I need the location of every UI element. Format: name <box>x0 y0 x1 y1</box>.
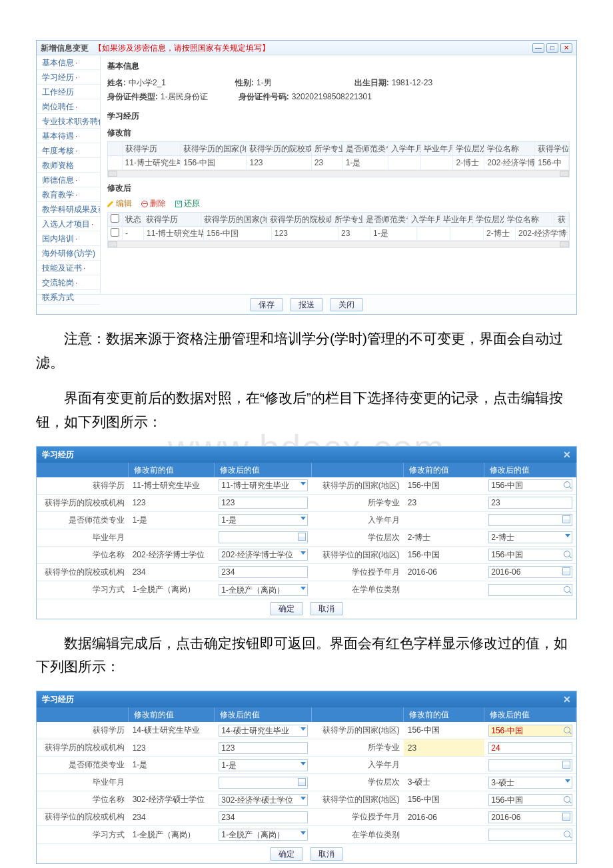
after-value: 1-是 <box>215 757 312 773</box>
form-row: 获得学历11-博士研究生毕业11-博士研究生毕业获得学历的国家(地区)156-中… <box>37 477 576 495</box>
after-value: 123 <box>215 495 312 511</box>
table-header-cell <box>108 142 123 155</box>
dialog-close-icon[interactable]: ✕ <box>563 447 571 463</box>
after-input[interactable]: 1-全脱产（离岗） <box>219 829 308 841</box>
after-input[interactable] <box>488 514 572 526</box>
close-footer-button[interactable]: 关闭 <box>330 298 363 311</box>
change-info-window: 新增信息变更 【如果涉及涉密信息，请按照国家有关规定填写】 — □ ✕ 基本信息… <box>36 40 577 315</box>
after-input[interactable]: 123 <box>219 497 308 509</box>
after-input[interactable]: 156-中国 <box>488 794 572 806</box>
before-value <box>404 826 485 843</box>
before-value: 123 <box>129 495 215 511</box>
name-value: 中小学2_1 <box>129 78 166 87</box>
sidebar-item[interactable]: 交流轮岗 <box>37 275 100 290</box>
after-input[interactable] <box>219 531 308 543</box>
close-button[interactable]: ✕ <box>560 43 572 53</box>
ok-button[interactable]: 确定 <box>270 847 303 861</box>
after-input[interactable]: 156-中国 <box>488 549 572 561</box>
dialog-column-headers: 修改前的值 修改后的值 修改前的值 修改后的值 <box>37 463 576 477</box>
edit-button[interactable]: 编辑 <box>107 198 132 209</box>
after-input[interactable]: 14-硕士研究生毕业 <box>219 725 308 737</box>
maximize-button[interactable]: □ <box>546 43 558 53</box>
delete-button[interactable]: 删除 <box>141 198 166 209</box>
table-cell: 156-中国 <box>204 227 272 240</box>
table-header-cell: 毕业年月 <box>421 142 454 155</box>
edit-dialog-2: 学习经历 ✕ 修改前的值 修改后的值 修改前的值 修改后的值 获得学历11-博士… <box>36 446 577 619</box>
after-input[interactable]: 234 <box>219 566 308 578</box>
form-row: 学位名称202-经济学博士学位202-经济学博士学位获得学位的国家(地区)156… <box>37 547 576 564</box>
after-value: 234 <box>215 809 312 825</box>
after-input[interactable]: 11-博士研究生毕业 <box>219 479 308 491</box>
after-input[interactable]: 23 <box>488 497 572 509</box>
basic-info-heading: 基本信息 <box>107 61 570 72</box>
idno-label: 身份证件号码: <box>239 92 289 101</box>
after-input[interactable] <box>219 777 308 789</box>
after-value: 1-全脱产（离岗） <box>215 826 312 843</box>
sidebar-item[interactable]: 师德信息 <box>37 173 100 187</box>
sidebar-item[interactable]: 工作经历 <box>37 85 100 99</box>
field-label: 获得学历 <box>37 722 129 739</box>
after-input[interactable]: 202-经济学博士学位 <box>219 549 308 561</box>
sidebar-item[interactable]: 国内培训 <box>37 231 100 246</box>
after-value: 3-硕士 <box>484 774 576 791</box>
sidebar-item[interactable]: 联系方式 <box>37 290 100 305</box>
save-button[interactable]: 保存 <box>250 298 283 311</box>
minimize-button[interactable]: — <box>532 43 544 53</box>
form-row: 获得学位的院校或机构234234学位授予年月2016-062016-06 <box>37 564 576 581</box>
calendar-icon <box>298 533 306 541</box>
after-input[interactable]: 156-中国 <box>488 479 572 491</box>
hscrollbar[interactable] <box>108 170 569 177</box>
sidebar-item[interactable]: 教育教学 <box>37 187 100 202</box>
before-value <box>404 757 485 773</box>
after-input[interactable]: 123 <box>219 742 308 754</box>
after-input[interactable] <box>488 829 572 841</box>
cancel-button[interactable]: 取消 <box>310 602 343 615</box>
sidebar-item[interactable]: 教学科研成果及获奖 <box>37 202 100 217</box>
field-label: 获得学历 <box>37 477 129 494</box>
after-input[interactable] <box>488 584 572 596</box>
sidebar-item[interactable]: 专业技术职务聘任 <box>37 114 100 129</box>
sidebar-item[interactable]: 海外研修(访学) <box>37 246 100 261</box>
dropdown-icon <box>301 587 306 590</box>
after-input[interactable]: 24 <box>488 742 572 754</box>
calendar-icon <box>298 778 306 786</box>
after-input[interactable]: 1-全脱产（离岗） <box>219 584 308 596</box>
cancel-button[interactable]: 取消 <box>310 847 343 861</box>
after-value: 23 <box>484 495 576 511</box>
sidebar-item[interactable]: 基本待遇 <box>37 129 100 143</box>
after-input[interactable] <box>488 759 572 771</box>
after-input[interactable]: 2016-06 <box>488 566 572 578</box>
row-checkbox[interactable] <box>111 228 119 237</box>
submit-button[interactable]: 报送 <box>290 298 323 311</box>
after-input[interactable]: 3-硕士 <box>488 777 572 789</box>
window-title: 新增信息变更 <box>41 41 89 55</box>
after-input[interactable]: 156-中国 <box>488 725 572 737</box>
sidebar-item[interactable]: 年度考核 <box>37 143 100 158</box>
revert-button[interactable]: 还原 <box>175 198 200 209</box>
after-input[interactable]: 1-是 <box>219 759 308 771</box>
sidebar-item[interactable]: 岗位聘任 <box>37 99 100 114</box>
before-value: 1-是 <box>129 512 215 529</box>
table-cell <box>108 156 123 169</box>
before-value: 202-经济学博士学位 <box>129 547 215 563</box>
hscrollbar[interactable] <box>108 241 569 247</box>
after-input[interactable]: 2016-06 <box>488 811 572 823</box>
after-input[interactable]: 234 <box>219 811 308 823</box>
table-header-cell: 获得学历的院校或机构 <box>247 142 311 155</box>
search-icon <box>564 727 570 733</box>
table-header-cell: 获得学历的院校或机构 <box>267 213 332 226</box>
sidebar-item[interactable]: 基本信息 <box>37 55 100 70</box>
sidebar-item[interactable]: 技能及证书 <box>37 261 100 275</box>
table-header-cell: 是否师范类专业 <box>343 142 388 155</box>
after-input[interactable]: 2-博士 <box>488 531 572 543</box>
ok-button[interactable]: 确定 <box>270 602 303 615</box>
sidebar-item[interactable]: 学习经历 <box>37 70 100 85</box>
after-input[interactable]: 302-经济学硕士学位 <box>219 794 308 806</box>
table-header-cell: 获得学历的国家(地区) <box>181 142 247 155</box>
after-input[interactable]: 1-是 <box>219 514 308 526</box>
after-value: 1-是 <box>215 512 312 529</box>
sidebar-item[interactable]: 入选人才项目 <box>37 217 100 231</box>
sidebar-item[interactable]: 教师资格 <box>37 158 100 173</box>
dialog-close-icon[interactable]: ✕ <box>563 691 571 707</box>
select-all-checkbox[interactable] <box>111 214 119 223</box>
